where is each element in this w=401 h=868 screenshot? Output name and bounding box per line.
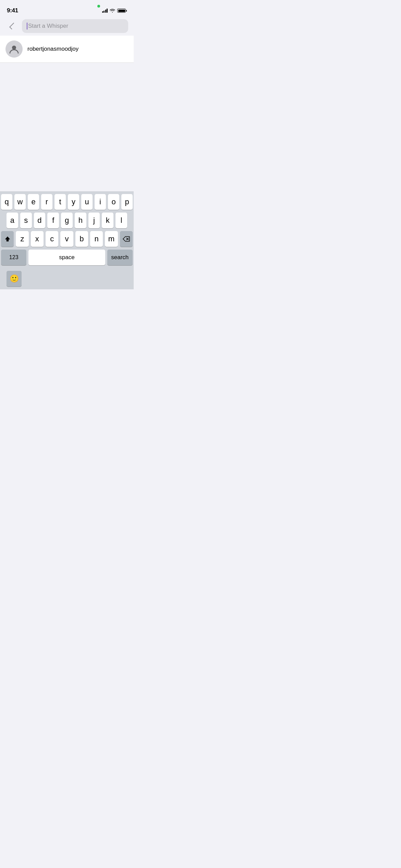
key-z[interactable]: z — [16, 231, 28, 247]
key-e[interactable]: e — [28, 194, 39, 210]
keyboard-row-3: z x c v b n m — [1, 231, 133, 247]
key-f[interactable]: f — [47, 213, 59, 228]
signal-icon — [102, 9, 108, 13]
key-y[interactable]: y — [68, 194, 79, 210]
key-m[interactable]: m — [105, 231, 118, 247]
svg-point-0 — [12, 46, 16, 50]
username-label: robertjonasmoodjoy — [27, 46, 78, 52]
key-p[interactable]: p — [121, 194, 133, 210]
keyboard-accessory: 🙂 — [1, 268, 133, 289]
key-v[interactable]: v — [60, 231, 73, 247]
key-b[interactable]: b — [75, 231, 88, 247]
search-input-placeholder: Start a Whisper — [28, 23, 68, 29]
key-j[interactable]: j — [88, 213, 100, 228]
status-bar: 9:41 — [0, 0, 134, 16]
key-d[interactable]: d — [34, 213, 46, 228]
key-h[interactable]: h — [75, 213, 86, 228]
key-u[interactable]: u — [81, 194, 93, 210]
keyboard-row-4: 123 space search — [1, 250, 133, 265]
key-n[interactable]: n — [90, 231, 103, 247]
keyboard: q w e r t y u i o p a s d f g h j k l z … — [0, 191, 134, 289]
status-time: 9:41 — [7, 7, 18, 14]
keyboard-row-1: q w e r t y u i o p — [1, 194, 133, 210]
search-key[interactable]: search — [107, 250, 133, 265]
user-item[interactable]: robertjonasmoodjoy — [0, 36, 134, 63]
key-a[interactable]: a — [7, 213, 18, 228]
key-q[interactable]: q — [1, 194, 12, 210]
key-r[interactable]: r — [41, 194, 52, 210]
key-l[interactable]: l — [116, 213, 127, 228]
battery-icon — [117, 9, 127, 13]
user-list: robertjonasmoodjoy — [0, 36, 134, 63]
shift-key[interactable] — [1, 231, 14, 247]
text-cursor — [27, 23, 27, 29]
key-x[interactable]: x — [31, 231, 44, 247]
search-input-container[interactable]: Start a Whisper — [22, 19, 128, 33]
shift-icon — [4, 236, 11, 242]
user-icon — [9, 44, 19, 54]
key-g[interactable]: g — [61, 213, 73, 228]
back-button[interactable] — [5, 20, 18, 32]
key-w[interactable]: w — [14, 194, 26, 210]
delete-key[interactable] — [120, 231, 133, 247]
keyboard-row-2: a s d f g h j k l — [1, 213, 133, 228]
content-area — [0, 63, 134, 193]
emoji-key[interactable]: 🙂 — [7, 271, 22, 287]
delete-icon — [122, 236, 130, 242]
nav-bar: Start a Whisper — [0, 16, 134, 36]
status-icons — [102, 9, 127, 13]
key-t[interactable]: t — [54, 194, 66, 210]
key-k[interactable]: k — [102, 213, 113, 228]
back-chevron-icon — [9, 23, 16, 29]
numbers-key[interactable]: 123 — [1, 250, 26, 265]
green-dot — [97, 5, 100, 8]
key-i[interactable]: i — [95, 194, 106, 210]
key-o[interactable]: o — [108, 194, 119, 210]
key-c[interactable]: c — [46, 231, 58, 247]
avatar — [5, 40, 23, 58]
key-s[interactable]: s — [20, 213, 32, 228]
space-key[interactable]: space — [28, 250, 105, 265]
wifi-icon — [110, 9, 115, 13]
